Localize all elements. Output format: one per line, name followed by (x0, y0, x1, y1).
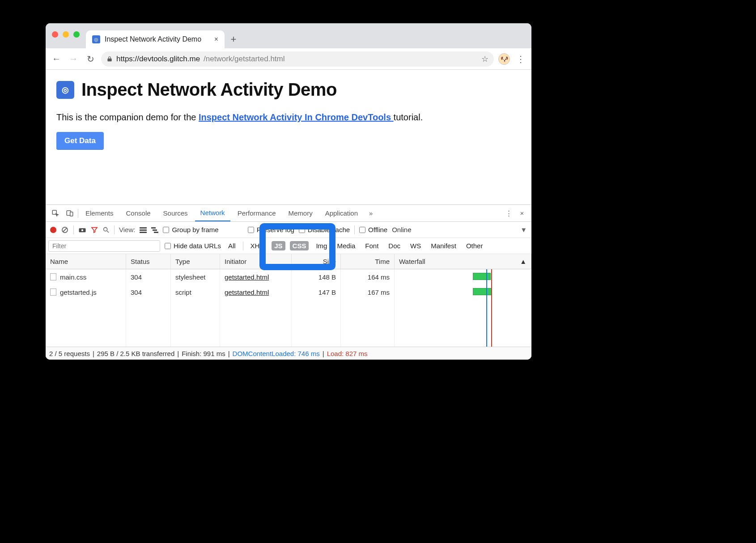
status-transferred: 295 B / 2.5 KB transferred (97, 350, 174, 357)
lock-icon (106, 56, 113, 62)
table-row[interactable]: getstarted.js 304 script getstarted.html… (46, 284, 531, 300)
record-button[interactable] (50, 227, 56, 233)
page-content: ◎ Inspect Network Activity Demo This is … (46, 70, 531, 159)
cell-type: stylesheet (171, 269, 220, 284)
zoom-window-button[interactable] (73, 31, 80, 38)
inspect-element-icon[interactable] (49, 209, 62, 217)
file-icon (50, 288, 56, 296)
close-window-button[interactable] (52, 31, 58, 38)
svg-point-6 (81, 229, 84, 231)
filter-type-font[interactable]: Font (362, 241, 381, 250)
filter-icon[interactable] (91, 226, 98, 233)
address-bar[interactable]: https://devtools.glitch.me/network/getst… (101, 51, 494, 67)
tab-application[interactable]: Application (320, 205, 363, 221)
filter-type-img[interactable]: Img (313, 241, 330, 250)
reload-button[interactable]: ↻ (84, 53, 97, 65)
col-name[interactable]: Name (46, 254, 126, 269)
filter-type-doc[interactable]: Doc (386, 241, 403, 250)
waterfall-bar (473, 273, 491, 280)
large-rows-icon[interactable] (140, 227, 147, 233)
network-filter-bar: Hide data URLs All XHR JS CSS Img Media … (46, 238, 531, 254)
cell-name: main.css (60, 273, 86, 281)
favicon-icon: ◎ (92, 35, 100, 43)
status-requests: 2 / 5 requests (49, 350, 90, 357)
filter-type-xhr[interactable]: XHR (248, 241, 268, 250)
svg-rect-11 (140, 232, 147, 233)
filter-type-media[interactable]: Media (334, 241, 358, 250)
tab-network[interactable]: Network (195, 205, 230, 221)
tab-performance[interactable]: Performance (232, 205, 281, 221)
filter-type-other[interactable]: Other (463, 241, 486, 250)
intro-text-2: tutorial. (394, 112, 423, 122)
filter-type-manifest[interactable]: Manifest (428, 241, 459, 250)
col-time[interactable]: Time (341, 254, 395, 269)
waterfall-view-icon[interactable] (151, 227, 158, 233)
col-size[interactable]: Size (292, 254, 341, 269)
devtools-close-button[interactable]: × (516, 209, 528, 217)
tab-memory[interactable]: Memory (283, 205, 318, 221)
network-toolbar: View: Group by frame Preserve log Disabl… (46, 222, 531, 238)
get-data-button[interactable]: Get Data (56, 132, 104, 150)
minimize-window-button[interactable] (63, 31, 69, 38)
filter-type-js[interactable]: JS (272, 241, 285, 250)
table-row[interactable]: main.css 304 stylesheet getstarted.html … (46, 269, 531, 284)
group-by-frame-checkbox[interactable]: Group by frame (163, 226, 218, 233)
cell-initiator-link[interactable]: getstarted.html (225, 273, 269, 281)
throttling-arrow-icon[interactable]: ▼ (520, 226, 527, 233)
bookmark-star-icon[interactable]: ☆ (481, 54, 488, 64)
dcl-line (486, 269, 487, 284)
disable-cache-checkbox[interactable]: Disable cache (299, 226, 350, 233)
filter-type-ws[interactable]: WS (408, 241, 424, 250)
table-header-row: Name Status Type Initiator Size Time Wat… (46, 254, 531, 269)
filter-input[interactable] (48, 240, 160, 252)
network-table: Name Status Type Initiator Size Time Wat… (46, 254, 531, 347)
hide-data-urls-checkbox[interactable]: Hide data URLs (165, 242, 221, 250)
clear-button[interactable] (61, 226, 69, 234)
col-status[interactable]: Status (126, 254, 171, 269)
device-mode-icon[interactable] (64, 209, 76, 217)
sort-arrow-icon: ▲ (520, 258, 527, 265)
search-icon[interactable] (102, 226, 110, 233)
svg-rect-14 (154, 232, 158, 233)
load-line (491, 284, 492, 300)
page-title: Inspect Network Activity Demo (81, 80, 337, 100)
preserve-log-checkbox[interactable]: Preserve log (248, 226, 294, 233)
filter-type-all[interactable]: All (225, 241, 238, 250)
forward-button[interactable]: → (67, 53, 80, 65)
window-controls (52, 31, 80, 38)
cell-status: 304 (126, 284, 171, 300)
cell-size: 148 B (292, 269, 341, 284)
offline-checkbox[interactable]: Offline (359, 226, 387, 233)
back-button[interactable]: ← (50, 53, 63, 65)
devtools-menu-button[interactable]: ⋮ (503, 209, 514, 217)
intro-text-1: This is the companion demo for the (56, 112, 199, 122)
svg-point-7 (104, 227, 107, 231)
tab-sources[interactable]: Sources (158, 205, 193, 221)
new-tab-button[interactable]: + (225, 30, 242, 48)
screenshot-icon[interactable] (78, 227, 86, 233)
svg-rect-13 (153, 229, 157, 231)
col-type[interactable]: Type (171, 254, 220, 269)
cell-time: 167 ms (341, 284, 395, 300)
filter-type-css[interactable]: CSS (290, 241, 309, 250)
svg-rect-9 (140, 227, 147, 229)
throttling-select[interactable]: Online (392, 226, 411, 233)
browser-tab[interactable]: ◎ Inspect Network Activity Demo × (86, 30, 225, 48)
tab-close-button[interactable]: × (214, 35, 218, 43)
profile-avatar[interactable]: 🐶 (498, 53, 510, 65)
cell-waterfall (395, 284, 531, 300)
col-waterfall[interactable]: Waterfall▲ (395, 254, 531, 269)
tab-console[interactable]: Console (121, 205, 156, 221)
tutorial-link[interactable]: Inspect Network Activity In Chrome DevTo… (199, 112, 394, 122)
devtools-panel: Elements Console Sources Network Perform… (46, 204, 531, 360)
tab-elements[interactable]: Elements (80, 205, 119, 221)
tab-overflow-icon[interactable]: » (365, 209, 377, 217)
cell-waterfall (395, 269, 531, 284)
browser-menu-button[interactable]: ⋮ (514, 53, 527, 65)
col-initiator[interactable]: Initiator (220, 254, 292, 269)
svg-rect-10 (140, 229, 147, 231)
load-line (491, 269, 492, 284)
svg-rect-12 (151, 227, 156, 229)
cell-initiator-link[interactable]: getstarted.html (225, 288, 269, 296)
cell-status: 304 (126, 269, 171, 284)
